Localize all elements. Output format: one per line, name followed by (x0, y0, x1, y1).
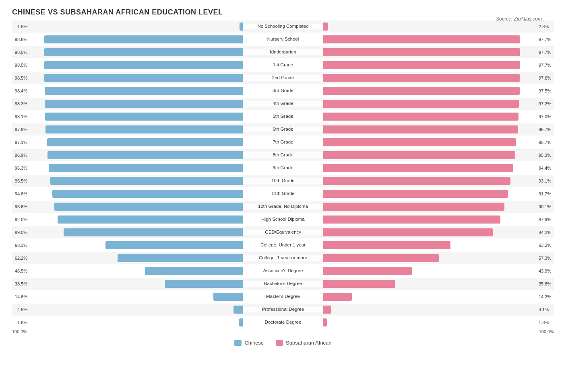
left-bar (64, 228, 243, 236)
left-bar (105, 241, 243, 249)
left-value: 96.3% (12, 166, 27, 170)
row-label: Bachelor's Degree (243, 281, 323, 287)
right-value: 90.1% (539, 204, 554, 209)
table-row: 96.3% 9th Grade 94.4% (12, 162, 554, 174)
right-bar-container: 95.7% (323, 138, 554, 146)
row-label: Nursery School (243, 37, 323, 42)
right-bar-wrap (323, 293, 537, 301)
right-bar-wrap (323, 138, 537, 146)
right-value: 87.9% (539, 217, 554, 222)
left-bar-wrap (29, 151, 243, 159)
right-bar-wrap (323, 74, 537, 82)
right-bar-wrap (323, 113, 537, 121)
subsaharan-color-box (276, 340, 283, 346)
right-bar-container: 95.3% (323, 151, 554, 159)
left-value: 92.0% (12, 217, 27, 222)
table-row: 14.6% Master's Degree 14.2% (12, 291, 554, 303)
right-bar (323, 87, 520, 95)
right-bar-container: 90.1% (323, 203, 554, 211)
right-bar-wrap (323, 280, 537, 288)
right-bar (323, 241, 450, 249)
right-bar (323, 113, 518, 121)
row-label: 8th Grade (243, 152, 323, 158)
right-value: 97.5% (539, 88, 554, 93)
left-value: 1.8% (12, 320, 27, 325)
left-bar-wrap (29, 241, 243, 249)
right-bar-container: 84.2% (323, 228, 554, 236)
left-value: 98.3% (12, 101, 27, 106)
table-row: 93.6% 12th Grade, No Diploma 90.1% (12, 201, 554, 213)
chart-container: 1.5% No Schooling Completed 2.3% 98.6% N… (12, 21, 554, 346)
left-bar-container: 14.6% (12, 293, 243, 301)
right-value: 95.7% (539, 140, 554, 145)
right-value: 63.2% (539, 243, 554, 248)
row-label: Professional Degree (243, 307, 323, 312)
table-row: 1.8% Doctorate Degree 1.8% (12, 316, 554, 328)
left-bar (45, 125, 243, 133)
left-value: 14.6% (12, 294, 27, 299)
left-bar-wrap (29, 293, 243, 301)
left-bar (44, 35, 243, 43)
row-label: 6th Grade (243, 127, 323, 132)
right-bar-wrap (323, 215, 537, 224)
row-label: 9th Grade (243, 165, 323, 171)
right-value: 1.8% (539, 320, 554, 325)
right-bar-wrap (323, 87, 537, 95)
row-label: 12th Grade, No Diploma (243, 204, 323, 209)
right-value: 2.3% (539, 24, 554, 29)
table-row: 48.5% Associate's Degree 43.9% (12, 265, 554, 277)
right-bar-wrap (323, 228, 537, 236)
right-bar (323, 164, 513, 172)
left-bar (239, 318, 243, 326)
left-value: 38.5% (12, 281, 27, 286)
right-bar-wrap (323, 164, 537, 172)
right-bar-container: 97.2% (323, 100, 554, 108)
right-bar (323, 293, 352, 301)
right-value: 57.3% (539, 256, 554, 261)
right-bar-container: 97.7% (323, 48, 554, 56)
right-value: 97.7% (539, 37, 554, 42)
right-bar-wrap (323, 241, 537, 249)
right-bar (323, 48, 520, 56)
left-value: 98.5% (12, 76, 27, 80)
left-bar (240, 23, 243, 31)
right-bar-container: 91.7% (323, 190, 554, 198)
left-bar-container: 97.9% (12, 125, 243, 133)
left-bar-container: 68.3% (12, 241, 243, 249)
right-bar-container: 87.9% (323, 215, 554, 224)
table-row: 98.4% 3rd Grade 97.5% (12, 85, 554, 97)
left-bar-container: 62.2% (12, 254, 243, 262)
left-bar-wrap (29, 87, 243, 95)
left-bar-wrap (29, 48, 243, 56)
right-value: 94.4% (539, 166, 554, 170)
right-bar-container: 43.9% (323, 267, 554, 275)
row-label: High School Diploma (243, 217, 323, 222)
left-value: 89.0% (12, 230, 27, 235)
left-bar-container: 98.3% (12, 100, 243, 108)
left-bar-container: 96.9% (12, 151, 243, 159)
left-bar (118, 254, 243, 262)
left-bar (58, 215, 243, 224)
left-bar-wrap (29, 190, 243, 198)
row-label: Associate's Degree (243, 268, 323, 274)
left-bar (45, 100, 243, 108)
left-bar (50, 177, 243, 185)
right-bar-wrap (323, 61, 537, 69)
table-row: 98.5% 1st Grade 97.7% (12, 59, 554, 71)
right-value: 97.7% (539, 50, 554, 55)
table-row: 98.5% 2nd Grade 97.6% (12, 72, 554, 84)
right-value: 43.9% (539, 269, 554, 273)
right-bar-wrap (323, 151, 537, 159)
right-value: 93.1% (539, 179, 554, 183)
left-bar-container: 95.5% (12, 177, 243, 185)
left-bar (45, 87, 243, 95)
right-value: 95.3% (539, 153, 554, 158)
left-bar-container: 38.5% (12, 280, 243, 288)
bottom-right-label: 100.0% (323, 329, 554, 334)
left-bar-wrap (29, 113, 243, 121)
right-bar (323, 177, 510, 185)
left-value: 97.1% (12, 140, 27, 145)
left-bar-wrap (29, 138, 243, 146)
left-bar (52, 190, 243, 198)
right-bar (323, 100, 519, 108)
